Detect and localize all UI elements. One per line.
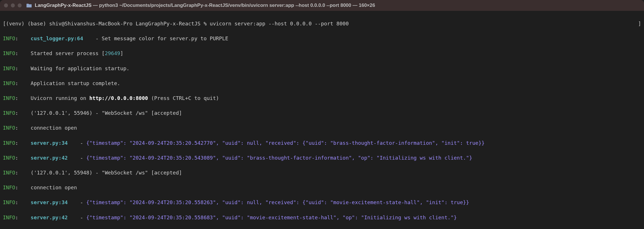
log-level: INFO (3, 125, 15, 131)
log-line: INFO: server.py:42 - {"timestamp": "2024… (3, 154, 641, 162)
log-line: INFO: server.py:34 - {"timestamp": "2024… (3, 199, 641, 206)
entered-command: uvicorn server:app --host 0.0.0.0 --port… (210, 21, 349, 27)
log-message: Waiting for application startup. (31, 65, 130, 71)
log-message: Application startup complete. (31, 80, 120, 86)
log-source: server.py:42 (31, 214, 68, 220)
log-message: connection open (31, 184, 77, 190)
log-level: INFO (3, 199, 15, 205)
prompt-line: [(venv) (base) shiv@Shivanshus-MacBook-P… (3, 20, 641, 27)
log-level: INFO (3, 110, 15, 116)
log-level: INFO (3, 140, 15, 146)
shell-prompt: (venv) (base) shiv@Shivanshus-MacBook-Pr… (6, 21, 210, 27)
traffic-lights (4, 3, 22, 7)
zoom-window-button[interactable] (18, 3, 22, 7)
log-line: INFO: ('127.0.0.1', 55946) - "WebSocket … (3, 109, 641, 117)
window-titlebar: LangGraphPy-x-ReactJS — python3 ~/Docume… (0, 0, 644, 11)
log-level: INFO (3, 50, 15, 56)
title-folder: LangGraphPy-x-ReactJS (35, 3, 91, 8)
log-level: INFO (3, 184, 15, 190)
log-level: INFO (3, 35, 15, 41)
log-line: INFO: connection open (3, 124, 641, 132)
log-line: INFO: ('127.0.0.1', 55948) - "WebSocket … (3, 169, 641, 176)
folder-icon (26, 3, 32, 8)
log-line: INFO: connection open (3, 184, 641, 191)
log-message: ('127.0.0.1', 55948) - "WebSocket /ws" [… (31, 170, 182, 176)
log-level: INFO (3, 95, 15, 101)
log-level: INFO (3, 214, 15, 220)
log-json: {"timestamp": "2024-09-24T20:35:20.54277… (86, 140, 485, 146)
process-id: 29649 (105, 50, 120, 56)
log-level: INFO (3, 65, 15, 71)
log-line: INFO: Application startup complete. (3, 80, 641, 87)
log-source: server.py:42 (31, 155, 68, 161)
log-json: {"timestamp": "2024-09-24T20:35:20.54308… (86, 155, 472, 161)
log-line: INFO: cust_logger.py:64 - Set message co… (3, 35, 641, 42)
close-window-button[interactable] (4, 3, 8, 7)
log-message: Set message color for server.py to PURPL… (102, 35, 228, 41)
window-title: LangGraphPy-x-ReactJS — python3 ~/Docume… (35, 2, 375, 9)
title-dims: 160×26 (359, 3, 375, 8)
title-command: python3 ~/Documents/projects/LangGraphPy… (99, 3, 351, 8)
log-line: INFO: Uvicorn running on http://0.0.0.0:… (3, 95, 641, 102)
log-source: server.py:34 (31, 199, 68, 205)
log-message: ('127.0.0.1', 55946) - "WebSocket /ws" [… (31, 110, 182, 116)
log-line: INFO: Waiting for application startup. (3, 65, 641, 72)
minimize-window-button[interactable] (11, 3, 15, 7)
log-level: INFO (3, 170, 15, 176)
log-source: cust_logger.py:64 (31, 35, 83, 41)
terminal-output[interactable]: [(venv) (base) shiv@Shivanshus-MacBook-P… (0, 11, 644, 229)
server-url: http://0.0.0.0:8000 (89, 95, 148, 101)
log-message: connection open (31, 125, 77, 131)
log-line: INFO: server.py:34 - {"timestamp": "2024… (3, 139, 641, 147)
log-line: INFO: Started server process [29649] (3, 50, 641, 57)
log-source: server.py:34 (31, 140, 68, 146)
log-level: INFO (3, 80, 15, 86)
log-line: INFO: server.py:42 - {"timestamp": "2024… (3, 214, 641, 221)
log-json: {"timestamp": "2024-09-24T20:35:20.55826… (86, 199, 469, 205)
log-level: INFO (3, 155, 15, 161)
log-json: {"timestamp": "2024-09-24T20:35:20.55868… (86, 214, 457, 220)
